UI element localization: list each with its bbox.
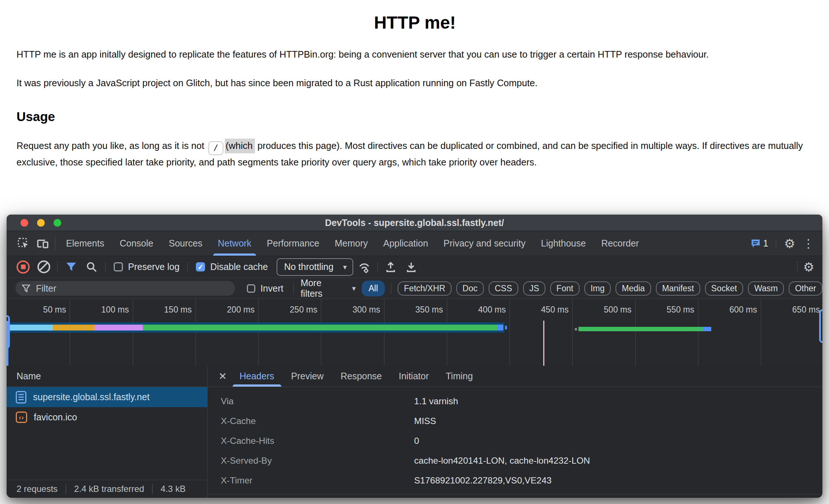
timeline-tick-label: 350 ms bbox=[415, 305, 443, 315]
statusbar-item: 2.4 kB transferred bbox=[74, 484, 144, 494]
statusbar-separator bbox=[66, 484, 66, 494]
filter-toggle-button[interactable] bbox=[62, 259, 80, 275]
network-settings-gear-icon[interactable]: ⚙ bbox=[800, 260, 822, 274]
chip-img[interactable]: Img bbox=[584, 281, 611, 296]
clear-network-log-button[interactable] bbox=[34, 259, 53, 275]
chip-all[interactable]: All bbox=[362, 281, 385, 296]
devtools-tabs: ElementsConsoleSourcesNetworkPerformance… bbox=[58, 231, 647, 256]
waterfall-segment bbox=[578, 327, 702, 331]
network-overview-timeline[interactable]: 50 ms100 ms150 ms200 ms250 ms300 ms350 m… bbox=[7, 299, 822, 366]
invert-checkbox[interactable]: Invert bbox=[243, 283, 287, 294]
chip-doc[interactable]: Doc bbox=[456, 281, 484, 296]
name-column-label: Name bbox=[17, 371, 41, 381]
disable-cache-checkbox[interactable]: ✓ Disable cache bbox=[192, 262, 271, 272]
tab-label: Lighthouse bbox=[541, 238, 586, 249]
chip-js[interactable]: JS bbox=[523, 281, 545, 296]
close-window-button[interactable] bbox=[21, 219, 28, 227]
timeline-tick-label: 250 ms bbox=[290, 305, 317, 315]
invert-box bbox=[247, 284, 255, 293]
tab-application[interactable]: Application bbox=[376, 231, 436, 256]
header-value: cache-lon420141-LON, cache-lon4232-LON bbox=[414, 456, 590, 466]
toolbar-separator-2 bbox=[105, 262, 106, 273]
name-column-header[interactable]: Name bbox=[7, 366, 207, 387]
details-tab-initiator[interactable]: Initiator bbox=[390, 366, 437, 387]
chevron-down-icon: ▾ bbox=[343, 263, 347, 271]
invert-label: Invert bbox=[260, 283, 284, 294]
import-har-button[interactable] bbox=[381, 259, 400, 275]
settings-gear-icon[interactable]: ⚙ bbox=[780, 236, 800, 251]
preserve-log-checkbox[interactable]: Preserve log bbox=[110, 262, 183, 272]
chip-media[interactable]: Media bbox=[616, 281, 651, 296]
window-title: DevTools - supersite.global.ssl.fastly.n… bbox=[7, 218, 822, 228]
inspect-element-button[interactable] bbox=[14, 231, 33, 256]
details-tab-preview[interactable]: Preview bbox=[283, 366, 332, 387]
tab-console[interactable]: Console bbox=[112, 231, 161, 256]
inspect-cursor-icon bbox=[17, 237, 30, 250]
overview-right-handle[interactable] bbox=[819, 309, 822, 343]
statusbar-item: 4.3 kB bbox=[161, 484, 186, 494]
waterfall-segment bbox=[143, 325, 498, 330]
more-filters-label: More filters bbox=[300, 278, 345, 299]
header-row-x-cache-hits: X-Cache-Hits0 bbox=[208, 431, 822, 451]
device-toolbar-button[interactable] bbox=[33, 231, 52, 256]
header-key: X-Served-By bbox=[221, 456, 414, 466]
details-tab-response[interactable]: Response bbox=[332, 366, 390, 387]
response-headers-list: Via1.1 varnishX-CacheMISSX-Cache-Hits0X-… bbox=[208, 387, 822, 490]
statusbar-separator bbox=[152, 484, 153, 494]
chip-wasm[interactable]: Wasm bbox=[748, 281, 784, 296]
export-har-button[interactable] bbox=[402, 259, 420, 275]
requests-list: supersite.global.ssl.fastly.net‹›favicon… bbox=[7, 387, 207, 427]
chip-other[interactable]: Other bbox=[789, 281, 822, 296]
header-row-x-served-by: X-Served-Bycache-lon420141-LON, cache-lo… bbox=[208, 451, 822, 471]
tab-network[interactable]: Network bbox=[210, 231, 259, 256]
record-network-log-button[interactable] bbox=[14, 259, 32, 275]
header-key: X-Timer bbox=[221, 475, 414, 486]
clear-icon bbox=[37, 260, 50, 273]
upload-icon bbox=[385, 261, 397, 273]
request-row-favicon-ico[interactable]: ‹›favicon.ico bbox=[7, 407, 207, 427]
throttling-dropdown[interactable]: No throttling ▾ bbox=[277, 258, 353, 276]
minimize-window-button[interactable] bbox=[37, 219, 45, 227]
tab-memory[interactable]: Memory bbox=[327, 231, 375, 256]
tab-sources[interactable]: Sources bbox=[161, 231, 210, 256]
more-options-kebab-icon[interactable]: ⋮ bbox=[800, 237, 817, 251]
devtools-titlebar[interactable]: DevTools - supersite.global.ssl.fastly.n… bbox=[7, 215, 822, 231]
tab-recorder[interactable]: Recorder bbox=[594, 231, 647, 256]
disable-cache-box: ✓ bbox=[196, 262, 205, 271]
header-key: Via bbox=[221, 396, 414, 406]
network-toolbar: Preserve log ✓ Disable cache No throttli… bbox=[7, 256, 822, 278]
issues-button[interactable]: 1 bbox=[746, 238, 772, 249]
header-key: X-Cache-Hits bbox=[221, 436, 414, 446]
selected-text: (which bbox=[225, 139, 255, 153]
details-tab-headers[interactable]: Headers bbox=[231, 366, 283, 387]
chips-separator bbox=[391, 283, 391, 294]
chip-font[interactable]: Font bbox=[550, 281, 580, 296]
more-filters-dropdown[interactable]: More filters ▾ bbox=[300, 278, 355, 299]
tab-label: Privacy and security bbox=[443, 238, 526, 249]
filter-input[interactable]: Filter bbox=[15, 281, 235, 296]
tab-lighthouse[interactable]: Lighthouse bbox=[533, 231, 594, 256]
chip-css[interactable]: CSS bbox=[489, 281, 518, 296]
devtools-main-tabbar: ElementsConsoleSourcesNetworkPerformance… bbox=[7, 231, 822, 256]
details-tab-label: Initiator bbox=[399, 371, 429, 381]
zoom-window-button[interactable] bbox=[54, 219, 61, 227]
details-tab-timing[interactable]: Timing bbox=[437, 366, 481, 387]
chip-manifest[interactable]: Manifest bbox=[656, 281, 700, 296]
chip-socket[interactable]: Socket bbox=[705, 281, 743, 296]
network-conditions-button[interactable] bbox=[355, 259, 374, 275]
tab-privacy-and-security[interactable]: Privacy and security bbox=[436, 231, 533, 256]
search-button[interactable] bbox=[83, 259, 101, 275]
details-tab-label: Response bbox=[340, 371, 382, 381]
tab-elements[interactable]: Elements bbox=[58, 231, 112, 256]
close-details-button[interactable]: ✕ bbox=[214, 366, 231, 387]
usage-text-before: Request any path you like, as long as it… bbox=[17, 140, 207, 151]
devtools-window: DevTools - supersite.global.ssl.fastly.n… bbox=[7, 215, 822, 498]
chip-fetch-xhr[interactable]: Fetch/XHR bbox=[398, 281, 451, 296]
timeline-tick-label: 300 ms bbox=[353, 305, 380, 315]
request-row-supersite-global-ssl-fastly-net[interactable]: supersite.global.ssl.fastly.net bbox=[7, 387, 207, 407]
statusbar-item: 2 requests bbox=[17, 484, 58, 494]
active-tab-underline bbox=[213, 253, 256, 256]
tab-performance[interactable]: Performance bbox=[259, 231, 327, 256]
timeline-tick-label: 600 ms bbox=[730, 305, 757, 315]
toolbar-separator-5 bbox=[797, 262, 797, 273]
